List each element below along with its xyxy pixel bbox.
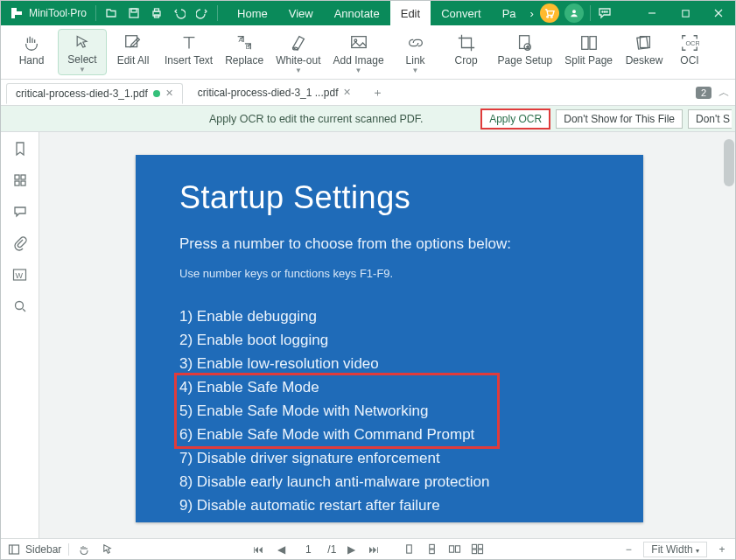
ribbon-ocr-button[interactable]: OCROCI bbox=[670, 29, 709, 75]
sidepanel-attachments-button[interactable] bbox=[11, 234, 30, 253]
doc-option: 7) Disable driver signature enforcement bbox=[179, 446, 599, 470]
doc-hint: Use number keys or functions keys F1-F9. bbox=[179, 267, 599, 280]
single-page-view-button[interactable] bbox=[401, 542, 417, 557]
close-tab-button[interactable]: ✕ bbox=[343, 87, 351, 98]
svg-point-9 bbox=[604, 11, 605, 12]
two-page-continuous-button[interactable] bbox=[469, 542, 485, 557]
close-button[interactable] bbox=[702, 1, 735, 25]
prev-page-button[interactable]: ◀ bbox=[273, 542, 289, 557]
last-page-button[interactable]: ⏭ bbox=[366, 542, 382, 557]
svg-rect-46 bbox=[478, 550, 482, 554]
sidepanel-bookmark-button[interactable] bbox=[11, 139, 30, 158]
hand-icon bbox=[22, 32, 41, 53]
minimize-button[interactable] bbox=[635, 1, 669, 25]
dismiss-ocr-button[interactable]: Don't Show for This File bbox=[556, 109, 683, 129]
dismiss-ocr-truncated-button[interactable]: Don't S bbox=[688, 109, 732, 129]
hand-tool-button[interactable] bbox=[76, 542, 92, 557]
save-button[interactable] bbox=[123, 1, 145, 25]
ribbon-editall-button[interactable]: Edit All bbox=[109, 29, 158, 75]
first-page-button[interactable]: ⏮ bbox=[250, 542, 266, 557]
sidepanel-thumbnails-button[interactable] bbox=[11, 171, 30, 190]
ribbon-splitpage-button[interactable]: Split Page bbox=[559, 29, 618, 75]
print-button[interactable] bbox=[145, 1, 168, 25]
ribbon-toolbar: HandSelect▼Edit AllInsert TextABReplaceW… bbox=[1, 25, 735, 80]
status-bar: Sidebar ⏮ ◀ /1 ▶ ⏭ − Fit Width ▾ + bbox=[1, 538, 735, 559]
ribbon-addimage-button[interactable]: Add Image▼ bbox=[328, 29, 389, 75]
menu-tab-overflow[interactable]: Pa bbox=[492, 1, 527, 25]
menu-tab-view[interactable]: View bbox=[278, 1, 324, 25]
sidebar-toggle[interactable]: Sidebar bbox=[6, 542, 61, 557]
svg-rect-3 bbox=[155, 9, 159, 11]
app-name: MiniTool·Pro bbox=[29, 7, 92, 19]
ribbon-hand-button[interactable]: Hand bbox=[7, 29, 56, 75]
collapse-ribbon-button[interactable]: ︿ bbox=[718, 85, 730, 101]
work-area: W Startup Settings Press a number to cho… bbox=[1, 132, 735, 538]
close-tab-button[interactable]: ✕ bbox=[165, 88, 173, 99]
menu-tab-annotate[interactable]: Annotate bbox=[324, 1, 390, 25]
page-content: Startup Settings Press a number to choos… bbox=[136, 155, 643, 522]
ocr-banner: Apply OCR to edit the current scanned PD… bbox=[1, 106, 735, 132]
svg-point-10 bbox=[606, 11, 607, 12]
ribbon-label: Hand bbox=[19, 55, 45, 66]
redo-button[interactable] bbox=[191, 1, 214, 25]
select-tool-button[interactable] bbox=[99, 542, 115, 557]
document-canvas[interactable]: Startup Settings Press a number to choos… bbox=[39, 132, 735, 538]
svg-rect-43 bbox=[472, 544, 476, 549]
svg-line-35 bbox=[23, 309, 25, 312]
svg-rect-29 bbox=[21, 175, 25, 179]
ribbon-inserttext-button[interactable]: Insert Text bbox=[159, 29, 218, 75]
ribbon-label: Insert Text bbox=[165, 55, 213, 66]
ribbon-crop-button[interactable]: Crop bbox=[442, 29, 491, 75]
menu-tab-edit[interactable]: Edit bbox=[390, 1, 431, 25]
doc-option: 2) Enable boot logging bbox=[179, 328, 599, 352]
ribbon-replace-button[interactable]: ABReplace bbox=[220, 29, 269, 75]
ribbon-pagesetup-button[interactable]: Page Setup bbox=[493, 29, 558, 75]
edit-all-icon bbox=[123, 32, 143, 53]
side-panel: W bbox=[1, 132, 39, 538]
menu-tab-more[interactable]: › bbox=[527, 1, 537, 25]
doc-option: 8) Disable early launch anti-malware pro… bbox=[179, 470, 599, 494]
vertical-scrollbar[interactable] bbox=[723, 132, 735, 538]
cart-button[interactable] bbox=[540, 4, 559, 23]
svg-point-7 bbox=[572, 10, 576, 13]
continuous-view-button[interactable] bbox=[424, 542, 439, 557]
sidepanel-comments-button[interactable] bbox=[11, 202, 30, 221]
scrollbar-thumb[interactable] bbox=[724, 139, 734, 186]
ribbon-select-button[interactable]: Select▼ bbox=[58, 29, 107, 75]
next-page-button[interactable]: ▶ bbox=[343, 542, 359, 557]
page-setup-icon bbox=[515, 32, 535, 53]
account-button[interactable] bbox=[564, 4, 584, 23]
maximize-button[interactable] bbox=[669, 1, 702, 25]
menu-tab-convert[interactable]: Convert bbox=[431, 1, 492, 25]
zoom-mode-dropdown[interactable]: Fit Width ▾ bbox=[643, 542, 707, 557]
svg-rect-23 bbox=[581, 37, 587, 50]
apply-ocr-button[interactable]: Apply OCR bbox=[480, 108, 550, 130]
sidepanel-search-button[interactable] bbox=[11, 297, 30, 316]
feedback-button[interactable] bbox=[598, 6, 612, 20]
ribbon-whiteout-button[interactable]: White-out▼ bbox=[270, 29, 326, 75]
search-icon bbox=[13, 299, 27, 313]
undo-button[interactable] bbox=[168, 1, 191, 25]
word-icon: W bbox=[12, 268, 27, 282]
open-file-button[interactable] bbox=[100, 1, 123, 25]
document-tab[interactable]: critical-process-died-3_1 ...pdf ✕ bbox=[188, 82, 361, 103]
cursor-icon bbox=[74, 33, 91, 52]
document-tab[interactable]: critical-process-died-3_1.pdf ✕ bbox=[6, 83, 183, 104]
ribbon-label: Page Setup bbox=[498, 55, 553, 66]
sidepanel-word-button[interactable]: W bbox=[11, 265, 30, 284]
menu-tab-home[interactable]: Home bbox=[227, 1, 278, 25]
sidebar-label: Sidebar bbox=[25, 543, 61, 556]
thumbnails-icon bbox=[13, 173, 27, 187]
ribbon-label: Select bbox=[67, 54, 96, 66]
zoom-out-button[interactable]: − bbox=[620, 542, 636, 557]
ribbon-link-button[interactable]: Link▼ bbox=[391, 29, 440, 75]
svg-rect-42 bbox=[455, 546, 459, 552]
svg-point-6 bbox=[551, 16, 553, 18]
page-number-input[interactable] bbox=[296, 542, 320, 556]
add-tab-button[interactable]: ＋ bbox=[368, 83, 387, 102]
ribbon-label: Edit All bbox=[117, 55, 150, 66]
chevron-down-icon: ▼ bbox=[355, 68, 362, 74]
ribbon-deskew-button[interactable]: Deskew bbox=[620, 29, 669, 75]
two-page-view-button[interactable] bbox=[446, 542, 462, 557]
zoom-in-button[interactable]: + bbox=[714, 542, 730, 557]
